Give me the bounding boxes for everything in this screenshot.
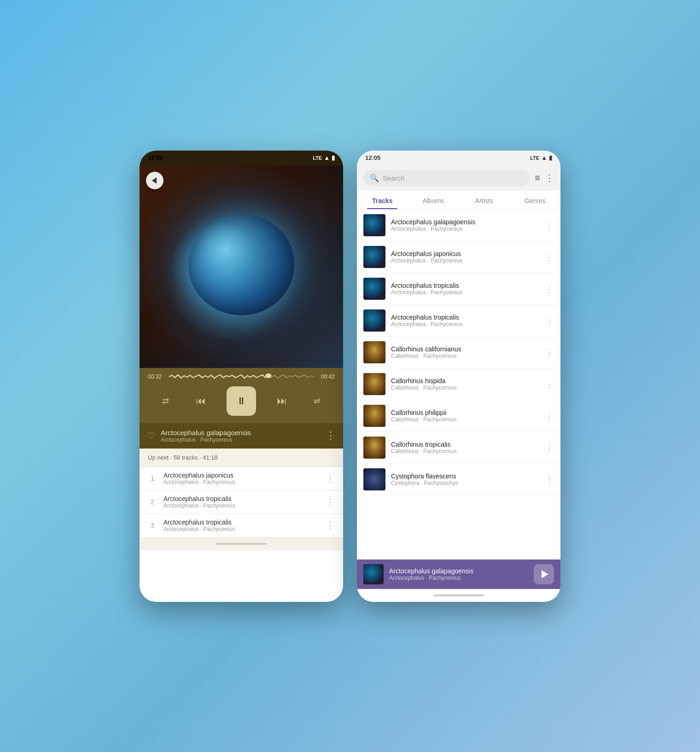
left-time: 12:06 bbox=[148, 154, 163, 161]
search-input[interactable]: Search bbox=[383, 174, 405, 182]
prev-button[interactable]: ⏮ bbox=[192, 392, 210, 410]
track-info: Callorhinus philippii Callorhinus · Pach… bbox=[391, 409, 539, 423]
queue-text: Arctocephalus japonicus Arctocephalus · … bbox=[163, 472, 319, 485]
thumb-golden-img bbox=[363, 437, 385, 459]
queue-title: Arctocephalus japonicus bbox=[163, 472, 319, 479]
shuffle-button[interactable]: ⇌ bbox=[308, 392, 327, 410]
search-input-wrap[interactable]: 🔍 Search bbox=[363, 170, 530, 186]
mini-player: Arctocephalus galapagoensis Arctocephalu… bbox=[357, 560, 560, 589]
track-meta: Cystophora · Pachystachys bbox=[391, 480, 539, 486]
queue-text: Arctocephalus tropicalis Arctocephalus ·… bbox=[163, 519, 319, 532]
time-total: 00:42 bbox=[318, 373, 335, 380]
next-button[interactable]: ⏭ bbox=[273, 392, 291, 410]
tab-genres[interactable]: Genres bbox=[510, 191, 561, 209]
pause-icon: ⏸ bbox=[236, 395, 246, 407]
tab-tracks[interactable]: Tracks bbox=[357, 191, 408, 209]
queue-sub: Arctocephalus · Pachycereus bbox=[163, 479, 319, 485]
track-name: Arctocephalus tropicalis bbox=[391, 282, 539, 289]
track-more-button[interactable]: ⋮ bbox=[545, 410, 554, 421]
track-name: Arctocephalus tropicalis bbox=[391, 314, 539, 321]
queue-more-button[interactable]: ⋮ bbox=[326, 473, 335, 484]
left-battery-icon: ▮ bbox=[332, 154, 335, 161]
track-info: Cystophora flavescens Cystophora · Pachy… bbox=[391, 472, 539, 486]
track-more-button[interactable]: ⋮ bbox=[545, 474, 554, 485]
mini-player-thumbnail bbox=[363, 564, 384, 584]
right-home-indicator bbox=[357, 589, 560, 602]
progress-bar[interactable] bbox=[169, 373, 314, 380]
track-thumbnail bbox=[363, 278, 385, 300]
waveform[interactable] bbox=[169, 373, 314, 380]
queue-text: Arctocephalus tropicalis Arctocephalus ·… bbox=[163, 495, 319, 509]
right-home-bar bbox=[433, 595, 484, 596]
thumb-nebula-img bbox=[363, 309, 385, 332]
track-more-button[interactable]: ⋮ bbox=[545, 315, 554, 326]
left-status-bar: 12:06 LTE ▲ ▮ bbox=[140, 151, 343, 165]
list-item: Arctocephalus galapagoensis Arctocephalu… bbox=[357, 210, 560, 241]
track-more-button[interactable]: ⋮ bbox=[545, 220, 554, 231]
list-item: Arctocephalus japonicus Arctocephalus · … bbox=[357, 241, 560, 273]
track-thumbnail bbox=[363, 246, 385, 268]
queue-list: 1 Arctocephalus japonicus Arctocephalus … bbox=[140, 467, 343, 537]
track-meta: Arctocephalus · Pachycereus bbox=[391, 257, 539, 264]
right-phone: 12:05 LTE ▲ ▮ 🔍 Search ≡ ⋮ Tracks Albums bbox=[357, 151, 560, 602]
mini-player-title: Arctocephalus galapagoensis bbox=[389, 567, 528, 575]
track-more-button[interactable]: ⋮ bbox=[326, 430, 336, 442]
queue-num: 3 bbox=[148, 522, 157, 529]
thumb-golden-img bbox=[363, 405, 385, 427]
right-time: 12:05 bbox=[365, 154, 380, 161]
pause-button[interactable]: ⏸ bbox=[227, 386, 256, 416]
left-lte-icon: LTE bbox=[313, 155, 322, 161]
track-info: Arctocephalus tropicalis Arctocephalus ·… bbox=[391, 282, 539, 296]
svg-point-0 bbox=[265, 373, 271, 378]
more-options-icon[interactable]: ⋮ bbox=[545, 172, 554, 183]
track-name: Arctocephalus japonicus bbox=[391, 250, 539, 257]
nebula-sphere bbox=[188, 214, 294, 315]
right-battery-icon: ▮ bbox=[549, 154, 552, 161]
thumb-nebula-img bbox=[363, 246, 385, 268]
track-info-bar: ♡ Arctocephalus galapagoensis Arctocepha… bbox=[140, 423, 343, 449]
right-lte-icon: LTE bbox=[530, 155, 539, 161]
queue-sub: Arctocephalus · Pachycereus bbox=[163, 526, 319, 532]
queue-num: 2 bbox=[148, 498, 157, 506]
repeat-button[interactable]: ⇄ bbox=[156, 392, 175, 410]
queue-more-button[interactable]: ⋮ bbox=[326, 496, 335, 507]
track-thumbnail bbox=[363, 309, 385, 332]
left-signal-icon: ▲ bbox=[324, 154, 330, 161]
queue-item: 2 Arctocephalus tropicalis Arctocephalus… bbox=[140, 490, 343, 514]
up-next-header: Up next · 59 tracks · 41:18 bbox=[140, 449, 343, 467]
track-more-button[interactable]: ⋮ bbox=[545, 379, 554, 390]
album-art bbox=[140, 165, 343, 368]
track-thumbnail bbox=[363, 341, 385, 363]
heart-button[interactable]: ♡ bbox=[147, 430, 155, 441]
tab-albums[interactable]: Albums bbox=[408, 191, 459, 209]
track-name: Callorhinus philippii bbox=[391, 409, 539, 416]
thumb-golden-img bbox=[363, 341, 385, 363]
track-more-button[interactable]: ⋮ bbox=[545, 442, 554, 453]
track-name: Arctocephalus galapagoensis bbox=[391, 218, 539, 226]
track-info: Callorhinus californianus Callorhinus · … bbox=[391, 345, 539, 359]
track-more-button[interactable]: ⋮ bbox=[545, 347, 554, 358]
controls-row: ⇄ ⏮ ⏸ ⏭ ⇌ bbox=[148, 386, 335, 416]
track-meta: Callorhinus · Pachycormus bbox=[391, 385, 539, 391]
queue-sub: Arctocephalus · Pachycereus bbox=[163, 502, 319, 509]
track-list: Arctocephalus galapagoensis Arctocephalu… bbox=[357, 210, 560, 560]
queue-item: 3 Arctocephalus tropicalis Arctocephalus… bbox=[140, 514, 343, 537]
track-more-button[interactable]: ⋮ bbox=[545, 251, 554, 262]
track-title: Arctocephalus galapagoensis bbox=[161, 429, 320, 437]
mini-player-subtitle: Arctocephalus · Pachycereus bbox=[389, 575, 528, 581]
tab-artists[interactable]: Artists bbox=[459, 191, 510, 209]
track-more-button[interactable]: ⋮ bbox=[545, 283, 554, 294]
back-button[interactable] bbox=[146, 172, 163, 189]
track-thumbnail bbox=[363, 405, 385, 427]
sort-icon[interactable]: ≡ bbox=[535, 173, 540, 183]
track-info: Callorhinus hispida Callorhinus · Pachyc… bbox=[391, 377, 539, 391]
queue-more-button[interactable]: ⋮ bbox=[326, 520, 335, 531]
right-signal-icon: ▲ bbox=[541, 154, 547, 161]
tabs-row: Tracks Albums Artists Genres bbox=[357, 191, 560, 210]
left-phone: 12:06 LTE ▲ ▮ 00:32 bbox=[140, 151, 343, 602]
back-arrow-icon bbox=[152, 177, 157, 184]
mini-play-button[interactable] bbox=[534, 564, 554, 584]
player-controls: 00:32 00:42 ⇄ ⏮ ⏸ bbox=[140, 368, 343, 423]
thumb-space-img bbox=[363, 468, 385, 490]
track-meta: Arctocephalus · Pachycereus bbox=[391, 226, 539, 232]
